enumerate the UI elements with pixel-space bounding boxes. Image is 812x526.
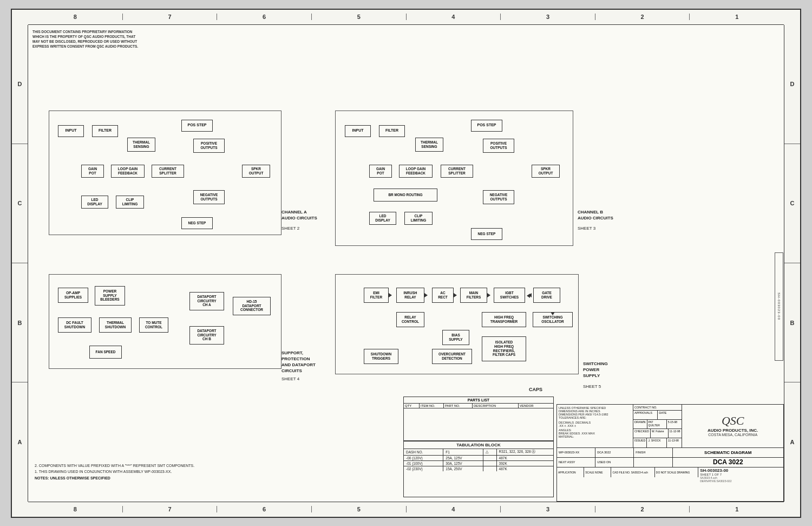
grid-left: D C B A: [12, 25, 28, 502]
tab-block-title: TABULATION BLOCK: [404, 441, 553, 449]
arrow-main-igbt: [487, 293, 490, 297]
tab-row-header: DASH NO. F1 △ R321, 322, 326, 328 Ⓐ: [404, 449, 553, 456]
block-high-freq-trans: HIGH FREQTRANSFORMER: [482, 312, 526, 327]
conn-sw3: [28, 176, 29, 186]
grid-col-4-bot: 4: [407, 506, 501, 512]
tab-cell-v-2: 15A, 250V: [443, 466, 483, 471]
block-inrush-relay: INRUSHRELAY: [396, 288, 424, 303]
grid-col-4: 4: [407, 14, 501, 20]
grid-col-1: 1: [690, 14, 784, 20]
grid-col-8-bot: 8: [28, 506, 123, 512]
tolerances-section: UNLESS OTHERWISE SPECIFIED DIMENSIONS AR…: [557, 405, 633, 447]
conn-sw1: [28, 157, 29, 166]
tab-cell-blank-0: [483, 456, 497, 460]
side-stamp: SH-003023-00: [775, 252, 783, 361]
note-1: 1. THIS DRAWING USED IN CONJUNCTION WITH…: [35, 469, 301, 475]
dca-number-text: DCA 3022: [713, 458, 743, 466]
company-location: COSTA MESA, CALIFORNIA: [708, 433, 757, 437]
material: MATERIAL:: [559, 435, 631, 438]
grid-bottom: 8 7 6 5 4 3 2 1: [28, 502, 784, 517]
cad-file-text: CAD FILE NO. SA3023-4.sch: [612, 471, 648, 474]
block-mute-control: TO MUTECONTROL: [139, 317, 168, 333]
grid-col-2: 2: [595, 14, 690, 20]
conn-b8: [28, 100, 29, 112]
block-neg-outputs-b: NEGATIVEOUTPUTS: [483, 190, 514, 204]
tab-cell-dash-hdr: DASH NO.: [404, 449, 443, 455]
tab-cell-dash-1: -01 (100V): [404, 461, 443, 466]
block-emi-filter: EMIFILTER: [364, 288, 389, 303]
block-thermal-shutdown: THERMALSHUTDOWN: [99, 317, 132, 333]
tab-cell-f1-hdr: F1: [443, 449, 483, 455]
arrow-gate-to-igbt: [527, 294, 530, 298]
tab-cell-v-1: 30A, 125V: [443, 461, 483, 466]
grid-col-5-bot: 5: [312, 506, 407, 512]
block-power-bleeders: POWERSUPPLYBLEEDERS: [95, 286, 125, 306]
parts-list-area: PARTS LIST QTY ITEM NO. PART NO. DESCRIP…: [403, 397, 554, 441]
conn-b7: [28, 99, 87, 100]
next-assy-cell: NEXT ASSY: [557, 458, 595, 467]
block-igbt-switches: IGBTSWITCHES: [494, 288, 525, 303]
grid-row-d: D: [12, 25, 28, 144]
conn-a8: [28, 44, 29, 56]
block-thermal-b: THERMALSENSING: [415, 138, 443, 152]
issued-date: 11-13-98: [666, 438, 682, 447]
parts-col-desc: DESCRIPTION: [473, 404, 519, 408]
block-spkr-output-a: SPKROUTPUT: [242, 165, 270, 178]
block-hd15-connector: HD-15DATAPORTCONNECTOR: [233, 297, 271, 315]
derivative: DERIVATIVE:SA3023-022: [700, 479, 782, 483]
conn-b11: [28, 125, 29, 138]
drawn-value: PAT QUILTER: [647, 420, 666, 428]
support-label: SUPPORT,PROTECTIONAND DATAPORTCIRCUITS: [281, 350, 316, 374]
grid-col-6-bot: 6: [217, 506, 312, 512]
tab-cell-part-hdr: R321, 322, 326, 328 Ⓐ: [497, 449, 553, 455]
arrow-emi-inrush: [389, 293, 392, 297]
channel-b-label: CHANNEL BAUDIO CIRCUITS: [578, 209, 613, 221]
title-block: UNLESS OTHERWISE SPECIFIED DIMENSIONS AR…: [556, 404, 784, 502]
tab-cell-dash-2: -02 (230V): [404, 466, 443, 471]
issued-row: ISSUED J. SHOCK 11-13-98: [633, 438, 682, 447]
block-shutdown-triggers: SHUTDOWNTRIGGERS: [364, 349, 398, 364]
grid-row-d-r: D: [784, 25, 800, 144]
block-overcurrent-det: OVERCURRENTDETECTION: [432, 349, 472, 364]
grid-col-5: 5: [312, 14, 407, 20]
issued-label: ISSUED: [633, 438, 647, 447]
company-section: QSC AUDIO PRODUCTS, INC. COSTA MESA, CAL…: [682, 405, 783, 447]
block-dc-fault: DC FAULTSHUTDOWN: [58, 317, 91, 333]
arrow-inrush-ac: [424, 293, 428, 297]
drawn-row: DRAWN PAT QUILTER 5-15-98: [633, 420, 682, 429]
conn-b9: [28, 112, 29, 124]
channel-b-outline: [335, 111, 573, 246]
switching-ps-sheet: SHEET 5: [583, 384, 601, 389]
checked-row: CHECKED W. Fulane 11-12-98: [633, 429, 682, 438]
grid-col-6: 6: [217, 14, 312, 20]
tab-row-2: -02 (230V) 15A, 250V 487K: [404, 466, 553, 471]
block-isolated-rectifiers: ISOLATEDHIGH FREQRECTIFIERS,FILTER CAPS: [482, 336, 526, 361]
block-loop-gain-b: LOOP GAINFEEDBACK: [399, 165, 433, 178]
dca-label: DCA 3022: [597, 451, 611, 454]
dim-note4: TOLERANCES ARE:: [559, 416, 631, 419]
issued-value: J. SHOCK: [647, 438, 666, 447]
drawing-number: SH-003023-00: [700, 468, 782, 473]
schematic-title: SCHEMATIC DIAGRAM: [673, 448, 784, 457]
block-clip-limiting-a: CLIPLIMITING: [116, 196, 144, 209]
tab-cell-v-0: 25A, 125V: [443, 456, 483, 460]
tab-cell-blank-2: [483, 466, 497, 471]
approvals-section: CONTRACT NO. APPROVALS DATE DRAWN PAT QU…: [633, 405, 682, 447]
side-stamp-text: SH-003023-00: [777, 293, 781, 320]
block-neg-step-a: NEG STEP: [181, 217, 213, 229]
approvals-label: APPROVALS: [633, 411, 658, 419]
tab-cell-part-2: 487K: [497, 466, 553, 471]
tabulation-block: TABULATION BLOCK DASH NO. F1 △ R321, 322…: [403, 441, 554, 497]
grid-col-7-bot: 7: [123, 506, 218, 512]
used-on-label: USED ON: [597, 460, 611, 464]
block-neg-step-b: NEG STEP: [471, 228, 502, 240]
tab-row-0: -00 (120V) 25A, 125V 487K: [404, 456, 553, 461]
wp-row: WP-003023-XX DCA 3022 FINISH SCHEMATIC D…: [557, 448, 783, 458]
grid-col-3-bot: 3: [501, 506, 595, 512]
company-logo: QSC: [722, 415, 744, 427]
tab-cell-blank-1: [483, 461, 497, 466]
block-pos-step-a: POS STEP: [181, 120, 213, 132]
parts-col-vendor: VENDOR: [519, 404, 553, 408]
conn-s2: [28, 140, 37, 141]
parts-col-part: PART NO.: [444, 404, 473, 408]
